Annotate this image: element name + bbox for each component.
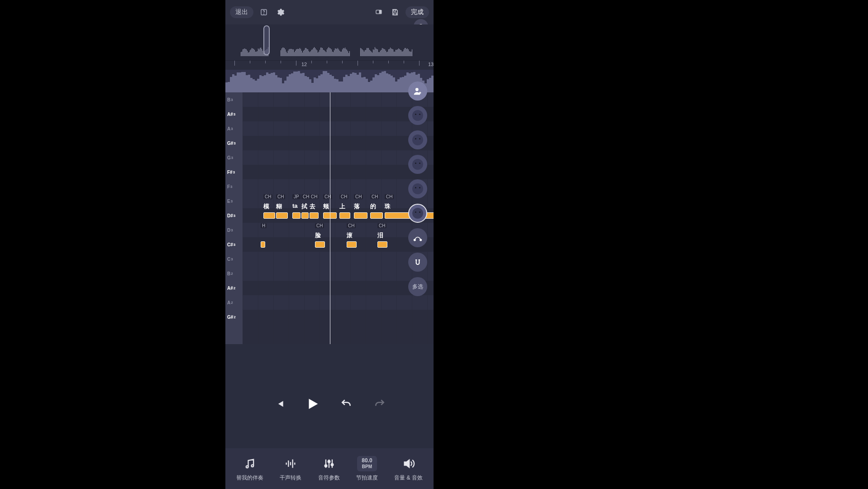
overview-handle[interactable] — [263, 25, 270, 55]
svg-point-6 — [415, 88, 419, 91]
note-block[interactable] — [377, 241, 387, 248]
play-button[interactable] — [305, 396, 321, 412]
note-lane[interactable] — [243, 107, 434, 121]
note-lane[interactable] — [243, 310, 434, 324]
piano-key[interactable]: C3 — [225, 252, 243, 266]
settings-icon[interactable] — [274, 6, 286, 18]
bpm-value: 80.0 — [362, 458, 372, 464]
piano-key[interactable]: B2 — [225, 266, 243, 281]
voice-avatar-5[interactable] — [408, 204, 427, 223]
note-lyric: 落 — [354, 202, 360, 211]
add-singer-button[interactable] — [408, 82, 427, 101]
note-lyric: 拭 — [301, 202, 307, 211]
ruler-mark: 12 — [301, 62, 307, 67]
piano-key[interactable]: A#2 — [225, 281, 243, 295]
piano-key[interactable]: A3 — [225, 121, 243, 136]
tempo-button[interactable]: 80.0 BPM 节拍速度 — [356, 456, 378, 482]
help-icon[interactable] — [258, 6, 270, 18]
top-bar: 退出 完成 — [225, 0, 434, 24]
piano-key[interactable]: D#3 — [225, 208, 243, 223]
volume-fx-label: 音量 & 音效 — [394, 474, 423, 482]
transport-bar — [225, 390, 434, 417]
note-lang-tag: CH — [276, 194, 285, 199]
piano-key[interactable]: G3 — [225, 150, 243, 165]
timeline-ruler[interactable]: 1213 — [225, 61, 434, 70]
svg-rect-14 — [292, 459, 293, 468]
accompaniment-button[interactable]: 替我的伴奏 — [236, 456, 263, 482]
voice-avatar-4[interactable] — [408, 179, 427, 198]
piano-roll-editor[interactable]: B3A#3A3G#3G3F#3F3E3D#3D3C#3C3B2A#2A2G#2 … — [225, 92, 434, 344]
note-lane[interactable] — [243, 92, 434, 107]
piano-key[interactable]: E3 — [225, 194, 243, 208]
note-lane[interactable] — [243, 165, 434, 179]
voice-avatar-2[interactable] — [408, 130, 427, 149]
note-block[interactable] — [339, 212, 350, 219]
snap-tool-button[interactable] — [408, 253, 427, 272]
note-lane[interactable] — [243, 237, 434, 252]
piano-key[interactable]: A#3 — [225, 107, 243, 121]
piano-key[interactable]: G#2 — [225, 310, 243, 324]
note-lang-tag: CH — [385, 194, 394, 199]
tempo-label: 节拍速度 — [356, 474, 378, 482]
redo-button[interactable] — [372, 396, 388, 412]
app-frame: 退出 完成 1213 — [225, 0, 434, 489]
curve-tool-button[interactable] — [408, 228, 427, 247]
skip-back-button[interactable] — [271, 396, 287, 412]
note-block[interactable] — [292, 212, 300, 219]
save-icon[interactable] — [389, 6, 401, 18]
note-lang-tag: CH — [354, 194, 363, 199]
piano-key[interactable]: D3 — [225, 223, 243, 237]
note-lyric: 模 — [263, 202, 269, 211]
note-block[interactable] — [310, 212, 319, 219]
svg-point-7 — [414, 239, 415, 240]
note-block[interactable] — [261, 241, 265, 248]
bpm-badge: 80.0 BPM — [357, 456, 377, 471]
note-lang-tag: H — [261, 223, 267, 228]
overview-panel[interactable] — [225, 24, 434, 61]
note-lane[interactable] — [243, 179, 434, 194]
note-params-button[interactable]: 音符参数 — [318, 456, 340, 482]
note-params-label: 音符参数 — [318, 474, 340, 482]
speaker-icon — [401, 456, 416, 471]
note-lane[interactable] — [243, 136, 434, 150]
exit-button[interactable]: 退出 — [230, 6, 253, 18]
note-block[interactable] — [347, 241, 357, 248]
note-lane[interactable] — [243, 150, 434, 165]
note-lane[interactable] — [243, 281, 434, 295]
multi-select-button[interactable]: 多选 — [408, 277, 427, 296]
note-lane[interactable] — [243, 252, 434, 266]
piano-key[interactable]: F#3 — [225, 165, 243, 179]
done-button[interactable]: 完成 — [405, 6, 429, 18]
volume-fx-button[interactable]: 音量 & 音效 — [394, 456, 423, 482]
note-lane[interactable] — [243, 121, 434, 136]
note-lane[interactable] — [243, 295, 434, 310]
note-block[interactable] — [315, 241, 325, 248]
piano-key[interactable]: F3 — [225, 179, 243, 194]
voice-avatar-1[interactable] — [408, 106, 427, 125]
playhead[interactable] — [330, 92, 330, 344]
note-block[interactable] — [354, 212, 367, 219]
note-block[interactable] — [263, 212, 275, 219]
note-block[interactable] — [276, 212, 288, 219]
voice-avatar-3[interactable] — [408, 155, 427, 174]
svg-point-16 — [324, 465, 327, 467]
note-lyric: 去 — [310, 202, 315, 211]
note-lane[interactable] — [243, 223, 434, 237]
piano-key[interactable]: B3 — [225, 92, 243, 107]
note-block[interactable] — [370, 212, 383, 219]
waveform-icon — [283, 456, 298, 471]
side-tool-column: 多选 — [408, 82, 430, 296]
note-block[interactable] — [301, 212, 309, 219]
undo-button[interactable] — [338, 396, 354, 412]
piano-key[interactable]: G#3 — [225, 136, 243, 150]
piano-key[interactable]: A2 — [225, 295, 243, 310]
screen-icon[interactable] — [373, 6, 385, 18]
svg-point-1 — [264, 14, 264, 14]
note-lyric: 泪 — [377, 231, 383, 240]
note-lyric: ta — [292, 202, 298, 209]
note-lane[interactable] — [243, 266, 434, 281]
note-lyric: 糊 — [276, 202, 282, 211]
piano-key[interactable]: C#3 — [225, 237, 243, 252]
svg-point-17 — [328, 460, 330, 463]
dry-voice-button[interactable]: 干声转换 — [280, 456, 301, 482]
